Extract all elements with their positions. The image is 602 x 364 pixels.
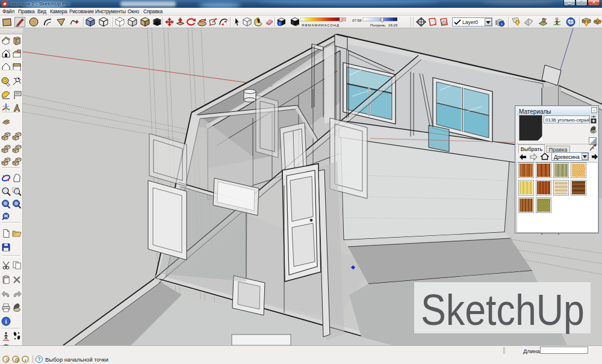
svg-text:i: i — [501, 22, 503, 26]
svg-text:i: i — [5, 318, 7, 325]
svg-text:07:58: 07:58 — [352, 18, 362, 22]
svg-text:16:29: 16:29 — [388, 23, 397, 27]
svg-text:SketchUp: SketchUp — [421, 286, 585, 334]
svg-text:ЯФМАМИИАСОНД: ЯФМАМИИАСОНД — [302, 23, 340, 27]
svg-text:Полдень: Полдень — [370, 23, 385, 27]
svg-text:i: i — [279, 22, 281, 25]
